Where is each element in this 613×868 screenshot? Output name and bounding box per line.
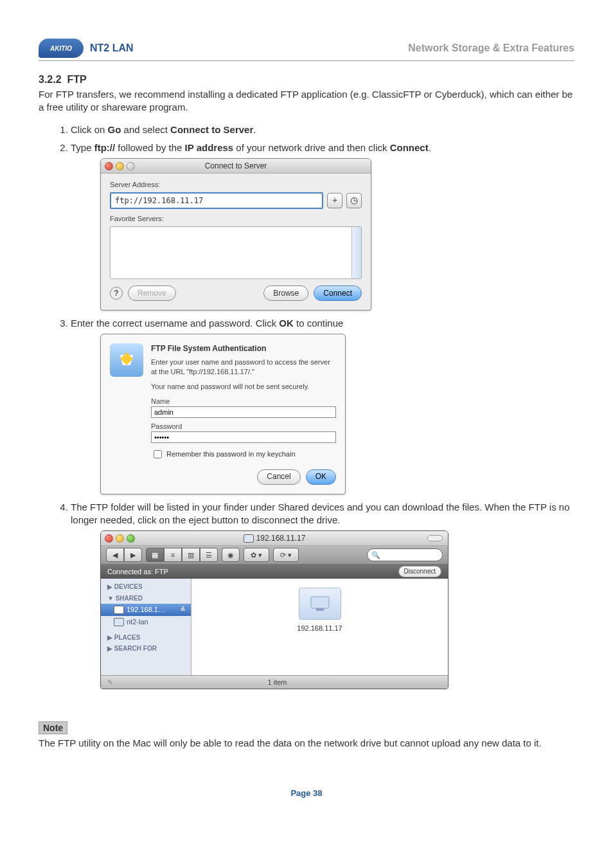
disconnect-button[interactable]: Disconnect — [398, 566, 441, 577]
step-2: Type ftp:// followed by the IP address o… — [71, 141, 574, 311]
ftp-auth-icon — [110, 343, 143, 377]
remove-button[interactable]: Remove — [128, 285, 176, 301]
auth-line2: Your name and password will not be sent … — [151, 382, 336, 392]
server-label: 192.168.11.17 — [297, 624, 342, 633]
finder-toolbar: ◀ ▶ ▦ ≡ ▥ ☰ ◉ ✿ ▾ ⟳ ▾ 🔍 — [101, 546, 448, 565]
server-icon[interactable] — [299, 588, 341, 620]
page-header: AKITIO NT2 LAN Network Storage & Extra F… — [39, 39, 574, 61]
name-label: Name — [151, 397, 336, 406]
icon-view-button[interactable]: ▦ — [146, 548, 164, 562]
status-items: 1 item — [268, 678, 287, 687]
note-text: The FTP utility on the Mac will only be … — [39, 737, 574, 750]
server-address-input[interactable]: ftp://192.168.11.17 — [110, 192, 323, 209]
action-button[interactable]: ✿ ▾ — [244, 548, 269, 562]
list-view-button[interactable]: ≡ — [164, 548, 182, 562]
svg-rect-1 — [316, 608, 324, 611]
close-icon[interactable] — [105, 162, 113, 170]
brand-logo: AKITIO — [39, 39, 84, 58]
sidebar-shared[interactable]: ▼ SHARED — [101, 593, 191, 604]
finder-statusbar: ✎ 1 item — [101, 675, 448, 689]
zoom-icon[interactable] — [127, 534, 135, 543]
page-number: Page 38 — [39, 788, 574, 798]
step-3: Enter the correct username and password.… — [71, 317, 574, 494]
sidebar-searchfor[interactable]: ▶ SEARCH FOR — [101, 643, 191, 655]
password-input[interactable] — [151, 431, 336, 443]
path-bar: Connected as: FTP Disconnect — [101, 565, 448, 579]
traffic-lights — [105, 162, 135, 170]
sync-button[interactable]: ⟳ ▾ — [273, 548, 299, 562]
favorite-servers-label: Favorite Servers: — [110, 214, 362, 224]
eject-icon[interactable]: ≜ — [180, 605, 186, 615]
sidebar-places[interactable]: ▶ PLACES — [101, 632, 191, 644]
name-input[interactable] — [151, 406, 336, 418]
sidebar-devices[interactable]: ▶ DEVICES — [101, 581, 191, 593]
ok-button[interactable]: OK — [306, 469, 336, 485]
remember-checkbox[interactable]: Remember this password in my keychain — [151, 448, 336, 460]
cancel-button[interactable]: Cancel — [257, 469, 300, 485]
close-icon[interactable] — [105, 534, 113, 543]
header-right: Network Storage & Extra Features — [408, 42, 574, 54]
monitor-icon — [244, 534, 254, 543]
finder-window: 192.168.11.17 ◀ ▶ ▦ ≡ ▥ ☰ — [100, 530, 449, 689]
auth-heading: FTP File System Authentication — [151, 343, 336, 354]
sidebar-item-selected[interactable]: 192.168.1… ≜ — [101, 604, 191, 616]
finder-title: 192.168.11.17 — [256, 533, 306, 543]
ftp-auth-dialog: FTP File System Authentication Enter you… — [100, 334, 346, 494]
quicklook-button[interactable]: ◉ — [222, 548, 240, 562]
add-favorite-button[interactable]: + — [327, 193, 342, 208]
search-input[interactable]: 🔍 — [367, 548, 443, 561]
toolbar-pill-icon[interactable] — [427, 535, 443, 541]
monitor-icon — [114, 606, 124, 614]
finder-content: 192.168.11.17 — [191, 579, 448, 675]
search-icon: 🔍 — [371, 550, 380, 560]
history-button[interactable]: ◷ — [346, 193, 362, 208]
monitor-icon — [114, 618, 124, 626]
connect-button[interactable]: Connect — [314, 285, 362, 301]
forward-button[interactable]: ▶ — [124, 548, 142, 562]
svg-rect-0 — [311, 597, 329, 608]
help-button[interactable]: ? — [110, 287, 123, 300]
browse-button[interactable]: Browse — [263, 285, 308, 301]
dialog-title: Connect to Server — [205, 161, 267, 171]
titlebar: Connect to Server — [101, 159, 371, 174]
auth-line1: Enter your user name and password to acc… — [151, 357, 336, 377]
section-heading: 3.2.2 FTP — [39, 74, 574, 86]
back-button[interactable]: ◀ — [106, 548, 124, 562]
step-4: The FTP folder will be listed in your fi… — [71, 501, 574, 690]
note-heading: Note — [39, 721, 67, 734]
sidebar-item-nt2lan[interactable]: nt2-lan — [101, 616, 191, 628]
favorite-servers-list[interactable] — [110, 226, 362, 279]
password-label: Password — [151, 422, 336, 431]
remember-checkbox-box[interactable] — [154, 450, 162, 458]
finder-titlebar: 192.168.11.17 — [101, 531, 448, 546]
finder-sidebar: ▶ DEVICES ▼ SHARED 192.168.1… ≜ nt2-lan — [101, 579, 191, 675]
column-view-button[interactable]: ▥ — [182, 548, 200, 562]
step-1: Click on Go and select Connect to Server… — [71, 123, 574, 136]
intro-text: For FTP transfers, we recommend installi… — [39, 88, 574, 114]
minimize-icon[interactable] — [116, 162, 124, 170]
connect-server-dialog: Connect to Server Server Address: ftp://… — [100, 158, 371, 311]
minimize-icon[interactable] — [116, 534, 124, 543]
server-address-label: Server Address: — [110, 180, 362, 190]
header-title: NT2 LAN — [90, 42, 134, 54]
zoom-icon[interactable] — [127, 162, 135, 170]
pencil-icon: ✎ — [107, 678, 113, 687]
coverflow-view-button[interactable]: ☰ — [200, 548, 218, 562]
